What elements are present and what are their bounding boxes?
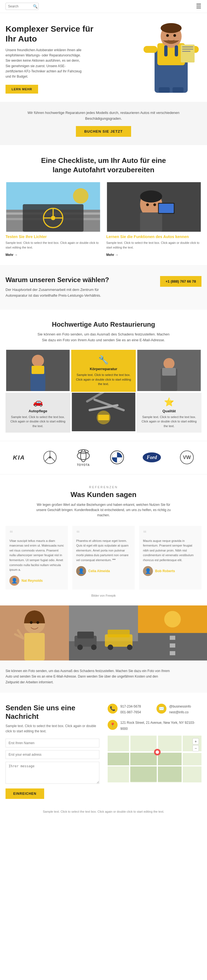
hero-cta-button[interactable]: LERN MEHR: [5, 85, 38, 94]
author-1-name: Nat Reynolds: [21, 579, 43, 582]
worker-illustration: [138, 16, 204, 93]
checklist-img-1: [5, 182, 101, 232]
search-icon: 🔍: [33, 4, 37, 8]
svg-rect-48: [98, 415, 109, 420]
contact-upper: Sie können ein Foto senden, um das Ausma…: [0, 660, 207, 693]
map-container[interactable]: + −: [108, 736, 202, 783]
checklist-img-2: [106, 182, 202, 232]
svg-rect-65: [24, 633, 45, 660]
avatar-3: 👤: [143, 566, 153, 576]
svg-point-85: [164, 611, 181, 627]
quote-icon-2: ❝: [76, 530, 131, 536]
checklist-item-1-title: Testen Sie Ihre Lichter: [5, 234, 101, 239]
phone-badge[interactable]: +1 (888) 767 66 78: [160, 276, 202, 287]
svg-rect-94: [130, 767, 157, 782]
svg-rect-31: [159, 204, 174, 213]
contact-description: Sample text. Click to select the text bo…: [5, 724, 99, 734]
rest-cell-tc: 🔧 Körperreparatur Sample text. Click to …: [71, 350, 136, 392]
author-2-name: Celia Almeida: [88, 569, 110, 573]
svg-rect-12: [164, 45, 167, 56]
contact-email-input[interactable]: [5, 750, 99, 759]
avatar-1: 👤: [10, 576, 19, 585]
rest-cell-bc: [71, 393, 136, 433]
banner-cta-button[interactable]: BUCHEN SIE JETZT: [76, 126, 131, 137]
contact-message-input[interactable]: [5, 762, 99, 784]
testimonial-2-text: Pharetra et ultrices neque eget lorem. Q…: [76, 539, 131, 563]
svg-point-23: [51, 216, 56, 220]
svg-point-3: [160, 23, 181, 33]
testimonials-grid: ❝ Vitae suscipit tellus mauris a diam ma…: [5, 526, 202, 590]
brands-section: KIA TOYOTA Ford: [0, 441, 207, 474]
rest-icon-auto: 🚗: [33, 397, 43, 407]
checklist-item-2-more[interactable]: Mehr →: [106, 253, 119, 257]
email-info: @businessinfo nest@info.co: [169, 704, 191, 716]
site-header: 🔍 ☰: [0, 0, 207, 13]
svg-point-54: [77, 452, 90, 460]
svg-rect-6: [143, 46, 157, 53]
referenzen-label: Referenzen: [5, 485, 202, 489]
rest-label-auto: Autopflege: [29, 409, 47, 413]
hero-title: Komplexer Service für Ihr Auto: [5, 24, 99, 44]
search-input[interactable]: [8, 5, 33, 8]
referenzen-intro: Wir legen großen Wert auf starke Beziehu…: [34, 502, 172, 518]
svg-rect-83: [170, 643, 175, 648]
contact-form-col: Senden Sie uns eine Nachricht Sample tex…: [5, 704, 99, 799]
restaurierung-title: Hochwertige Auto Restaurierung: [5, 321, 202, 328]
contact-submit-button[interactable]: EINREICHEN: [5, 789, 44, 799]
rest-cell-br: ⭐ Qualität Sample text. Click to select …: [136, 393, 202, 433]
author-3-name: Bob Roberts: [155, 569, 175, 573]
svg-rect-96: [108, 752, 129, 765]
svg-line-52: [45, 456, 50, 461]
svg-rect-82: [170, 636, 175, 640]
rest-label-body: Körperreparatur: [90, 367, 117, 371]
testimonial-1-author-row: 👤 Nat Reynolds: [10, 576, 64, 585]
phone-info: 917-234-5678 001-987-7654: [120, 704, 141, 716]
photo-credit: Bilder von Freepik: [5, 594, 202, 597]
why-left: Warum unseren Service wählen? Der Hauptv…: [5, 276, 152, 299]
phone-icon: 📞: [108, 704, 117, 714]
testimonial-3-text: Mauris augue neque gravida in fermentum.…: [143, 539, 197, 563]
svg-rect-92: [130, 752, 157, 765]
svg-text:−: −: [194, 746, 197, 751]
svg-rect-84: [170, 651, 175, 655]
svg-rect-15: [172, 87, 183, 93]
svg-rect-11: [182, 51, 191, 52]
svg-rect-42: [162, 368, 176, 375]
contact-section: Senden Sie uns eine Nachricht Sample tex…: [0, 693, 207, 807]
gallery-row: [0, 605, 207, 660]
brand-ford: Ford: [142, 452, 162, 464]
checklist-item-1: Testen Sie Ihre Lichter Sample text. Cli…: [5, 182, 101, 257]
rest-label-quality: Qualität: [162, 409, 175, 413]
svg-rect-29: [140, 212, 162, 232]
why-choose-title: Warum unseren Service wählen?: [5, 276, 152, 284]
contact-title: Senden Sie uns eine Nachricht: [5, 704, 99, 721]
svg-point-67: [37, 621, 39, 624]
svg-rect-73: [77, 632, 94, 638]
rest-cell-bl: 🚗 Autopflege Sample text. Click to selec…: [5, 393, 71, 433]
svg-rect-14: [159, 87, 170, 93]
svg-text:VW: VW: [183, 455, 191, 460]
checklist-item-2-title: Lernen Sie die Funktionen des Autos kenn…: [106, 234, 202, 239]
gallery-cell-road: [138, 605, 207, 660]
checklist-item-1-text: Sample text. Click to select the text bo…: [5, 240, 101, 250]
search-container[interactable]: 🔍: [5, 3, 39, 10]
svg-point-32: [140, 191, 162, 202]
restaurierung-grid: 🔧 Körperreparatur Sample text. Click to …: [5, 350, 202, 433]
quote-icon-3: ❝: [143, 530, 197, 536]
rest-text-body: Sample text. Click to select the text bo…: [75, 372, 132, 387]
contact-name-input[interactable]: [5, 739, 99, 748]
rest-cell-tr: [136, 350, 202, 392]
quote-icon-1: ❝: [10, 530, 64, 536]
checklist-item-1-more[interactable]: Mehr →: [5, 253, 18, 257]
svg-point-40: [164, 358, 175, 369]
checklist-title: Eine Checkliste, um Ihr Auto für eine la…: [40, 156, 167, 175]
restaurierung-text: Sie können ein Foto senden, um das Ausma…: [37, 332, 170, 343]
why-choose-text: Der Hauptvorteil der Zusammenarbeit mit …: [5, 287, 111, 299]
hero-section: Komplexer Service für Ihr Auto Unsere fr…: [0, 13, 207, 99]
brand-toyota: TOYOTA: [75, 449, 91, 466]
svg-point-79: [127, 644, 133, 650]
banner-text: Wir führen hochwertige Reparaturen jedes…: [26, 110, 181, 122]
svg-rect-93: [158, 752, 181, 765]
hamburger-button[interactable]: ☰: [196, 3, 202, 10]
svg-point-36: [32, 355, 44, 367]
